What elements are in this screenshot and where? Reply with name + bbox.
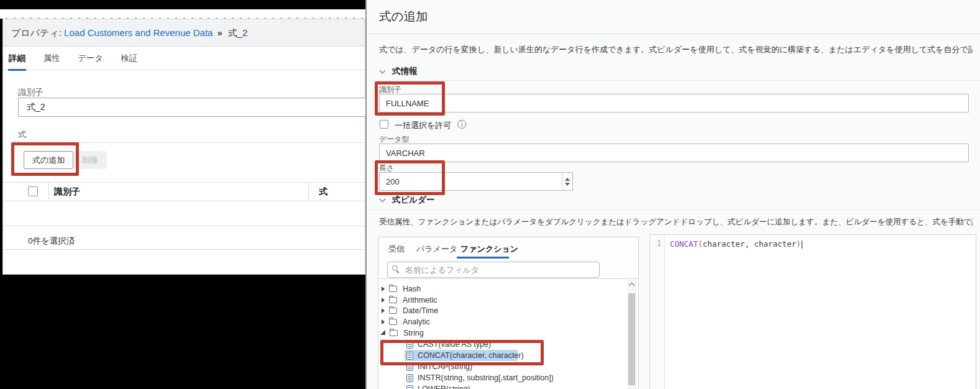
tree-folder-datetime[interactable]: Date/Time — [378, 305, 626, 316]
properties-tab-bar: 詳細 属性 データ 検証 — [3, 47, 365, 70]
tree-folder-string[interactable]: String — [378, 327, 626, 339]
builder-description: 受信属性、ファンクションまたはパラメータをダブルクリックまたはドラッグアンドドロ… — [379, 217, 973, 227]
canvas-dotted-grid — [0, 9, 365, 19]
tree-item-instr[interactable]: INSTR(string, substring[,start_position]… — [378, 372, 626, 383]
dialog-description: 式では、データの行を変換し、新しい派生的なデータ行を作成できます。式ビルダーを使… — [379, 44, 973, 55]
dlg-identifier-input[interactable] — [379, 94, 969, 112]
bulk-select-label: 一括選択を許可 — [395, 120, 451, 131]
function-icon — [406, 385, 413, 389]
editor-gutter: 1 — [650, 235, 665, 389]
table-col-expression: 式 — [319, 186, 327, 198]
editor-code-line[interactable]: CONCAT(character, character) — [670, 239, 802, 249]
code-arguments: character, character — [703, 239, 797, 249]
tree-item-cast[interactable]: CAST(value AS type) — [378, 339, 626, 350]
title-divider — [367, 34, 980, 34]
code-open-paren: ( — [698, 239, 703, 249]
function-tree: Hash Arithmetic Date/Time Analytic — [378, 278, 638, 389]
expression-divider — [18, 142, 366, 143]
tree-scrollbar[interactable] — [627, 280, 637, 389]
folder-icon — [389, 319, 397, 325]
tab-details[interactable]: 詳細 — [8, 47, 26, 71]
tree-item-concat[interactable]: CONCAT(character, character) — [378, 350, 626, 361]
add-expression-dialog: 式の追加 式では、データの行を変換し、新しい派生的なデータ行を作成できます。式ビ… — [365, 0, 980, 389]
delete-button[interactable]: 削除 — [73, 151, 107, 169]
folder-icon — [389, 308, 397, 314]
filter-input[interactable] — [387, 262, 600, 278]
builder-palette: 受信 パラメータ ファンクション Hash Arithmetic — [378, 237, 639, 389]
function-icon — [406, 363, 413, 371]
tab-attributes[interactable]: 属性 — [42, 47, 60, 69]
breadcrumb-colon: : — [59, 27, 64, 38]
text-cursor — [802, 240, 803, 249]
tree-folder-arithmetic[interactable]: Arithmetic — [378, 295, 626, 306]
tree-item-lower[interactable]: LOWER(string) — [378, 383, 626, 389]
tree-item-initcap[interactable]: INITCAP(string) — [378, 361, 626, 372]
tab-validation[interactable]: 検証 — [121, 47, 139, 69]
expand-arrow-icon[interactable] — [382, 308, 385, 313]
function-icon — [406, 374, 413, 382]
table-header-bottom-border — [3, 201, 365, 201]
tab-parameters[interactable]: パラメータ — [416, 244, 457, 255]
folder-icon — [389, 286, 397, 292]
expand-arrow-icon[interactable] — [382, 319, 385, 324]
function-icon — [406, 352, 413, 360]
dialog-title: 式の追加 — [379, 8, 428, 25]
datatype-input[interactable] — [379, 144, 969, 162]
spinner-up-icon[interactable] — [565, 178, 570, 181]
tree-folder-analytic[interactable]: Analytic — [378, 316, 626, 327]
identifier-label: 識別子 — [18, 87, 44, 98]
table-header-top-border — [3, 182, 365, 183]
expand-arrow-icon[interactable] — [382, 286, 385, 291]
expression-label: 式 — [18, 129, 27, 140]
active-tab-underline — [457, 257, 509, 259]
search-icon — [392, 265, 398, 271]
code-close-paren: ) — [796, 239, 801, 249]
bulk-select-checkbox[interactable] — [380, 120, 388, 129]
table-column-divider — [48, 183, 49, 201]
expression-info-section-toggle[interactable]: 式情報 — [379, 66, 418, 77]
section-divider — [367, 80, 980, 81]
breadcrumb-current: 式_2 — [228, 27, 248, 38]
length-input[interactable] — [379, 172, 573, 191]
scroll-up-icon[interactable] — [629, 283, 635, 289]
expression-builder-section-title: 式ビルダー — [392, 194, 434, 206]
identifier-input[interactable] — [18, 98, 367, 117]
expand-arrow-icon[interactable] — [382, 298, 385, 303]
code-function-token: CONCAT — [670, 239, 698, 249]
properties-panel: プロパティ: Load Customers and Revenue Data»式… — [2, 19, 365, 275]
add-expression-button[interactable]: 式の追加 — [24, 151, 73, 169]
tree-folder-hash[interactable]: Hash — [378, 283, 626, 295]
expression-info-section-title: 式情報 — [392, 66, 418, 77]
table-column-divider — [308, 183, 309, 201]
number-spinner[interactable] — [562, 173, 572, 190]
expression-builder-section-toggle[interactable]: 式ビルダー — [379, 194, 434, 206]
table-bottom-border — [3, 249, 365, 250]
collapse-arrow-icon[interactable] — [380, 330, 385, 335]
filter-field — [387, 262, 600, 278]
breadcrumb-prefix: プロパティ — [11, 27, 59, 38]
section-divider — [367, 209, 980, 210]
info-icon[interactable]: ⓘ — [457, 120, 466, 129]
folder-icon — [390, 330, 398, 336]
expression-editor[interactable]: 1 CONCAT(character, character) — [649, 234, 976, 389]
table-col-identifier: 識別子 — [54, 186, 80, 198]
scrollbar-thumb[interactable] — [628, 293, 635, 385]
select-all-checkbox[interactable] — [28, 186, 38, 196]
tab-incoming[interactable]: 受信 — [388, 244, 405, 255]
chevron-down-icon — [380, 68, 386, 74]
line-number: 1 — [657, 239, 661, 248]
app-screen: プロパティ: Load Customers and Revenue Data»式… — [0, 0, 980, 389]
breadcrumb-link-dataflow[interactable]: Load Customers and Revenue Data — [64, 27, 213, 38]
length-field — [379, 172, 573, 191]
breadcrumb-separator-icon: » — [217, 27, 222, 38]
function-icon — [406, 341, 413, 349]
table-selection-count: 0件を選択済 — [28, 236, 75, 247]
table-empty-row-border — [3, 226, 365, 226]
spinner-down-icon[interactable] — [565, 183, 570, 186]
tab-functions[interactable]: ファンクション — [460, 244, 518, 255]
breadcrumb: プロパティ: Load Customers and Revenue Data»式… — [3, 19, 365, 47]
chevron-down-icon — [380, 196, 386, 203]
folder-icon — [389, 297, 397, 303]
tab-data[interactable]: データ — [77, 47, 104, 69]
